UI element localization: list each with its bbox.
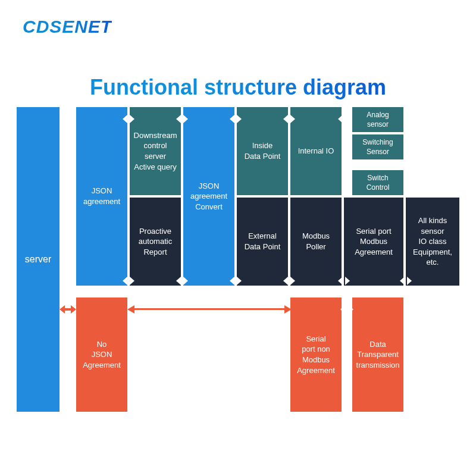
svg-marker-13 [346,179,352,187]
arrow-head-icon [284,305,292,314]
box-server: server [17,107,60,412]
box-serial-non-modbus: Serialport nonModbusAgreement [290,298,342,412]
structure-diagram: server JSONagreement Downstreamcontrolse… [17,107,459,440]
box-analog-sensor: Analogsensor [352,107,403,132]
brand-logo: CDSENET [23,17,112,37]
svg-rect-2 [64,118,71,120]
arrow-icon [60,113,76,125]
arrow-line [133,308,284,310]
box-switch-control: SwitchControl [352,170,403,195]
box-json-convert: JSONagreementConvert [183,107,234,286]
svg-marker-28 [71,305,76,314]
diagram-title: Functional structure diagram [0,75,476,100]
box-serial-modbus: Serial portModbusAgreement [344,198,403,286]
box-modbus-poller: ModbusPoller [290,198,342,286]
svg-rect-29 [64,308,71,311]
box-data-transparent: DataTransparenttransmission [352,298,403,412]
box-no-json: NoJSONAgreement [76,298,127,412]
svg-rect-14 [342,182,347,184]
svg-marker-12 [347,115,352,123]
box-switching-sensor: SwitchingSensor [352,134,403,159]
box-external-dp: ExternalData Point [237,198,288,286]
svg-marker-0 [60,115,65,123]
box-downstream: DownstreamcontrolserverActive query [130,107,181,195]
arrow-head-icon [127,305,134,314]
arrow-icon [340,303,353,315]
arrow-icon [340,177,352,189]
box-proactive: ProactiveautomaticReport [130,198,181,286]
box-internal-io: Internal IO [290,107,342,195]
box-all-kinds: All kindssensorIO classEquipment,etc. [406,198,459,286]
arrow-icon [60,303,76,315]
box-inside-dp: InsideData Point [237,107,288,195]
box-json-agreement: JSONagreement [76,107,127,286]
svg-marker-27 [60,305,65,314]
svg-marker-1 [71,115,76,123]
